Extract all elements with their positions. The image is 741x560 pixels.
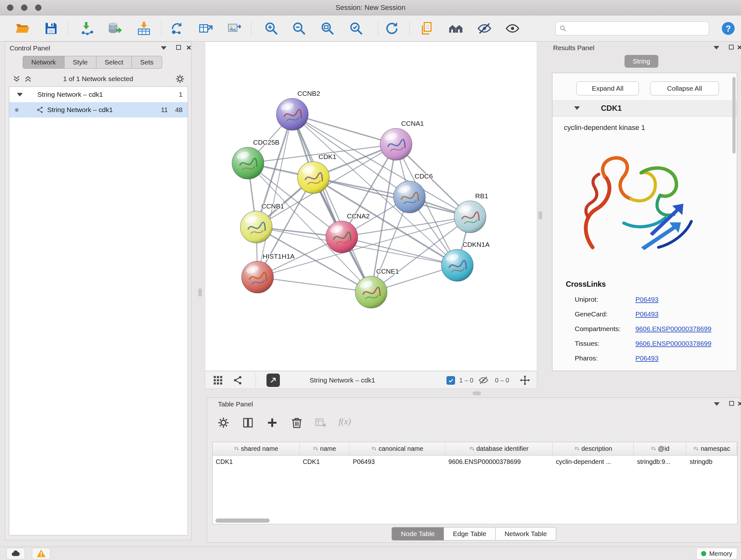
tab-style[interactable]: Style bbox=[64, 56, 96, 69]
crosslink-value-link[interactable]: 9606.ENSP00000378699 bbox=[635, 340, 711, 348]
hidden-items-eye-icon[interactable] bbox=[477, 374, 490, 387]
collection-disclosure-icon[interactable] bbox=[17, 93, 23, 97]
column-header-namespac[interactable]: namespac bbox=[686, 442, 737, 455]
network-node-rb1[interactable]: RB1 bbox=[454, 192, 488, 233]
table-cell[interactable]: CDK1 bbox=[300, 455, 350, 469]
float-table-panel-icon[interactable] bbox=[729, 401, 734, 406]
network-view-canvas[interactable]: CCNB2CCNA1CDC25BCDK1CDC6RB1CCNB1CCNA2CDK… bbox=[205, 42, 537, 371]
expand-all-button[interactable]: Expand All bbox=[576, 81, 639, 96]
close-results-panel-icon[interactable]: × bbox=[737, 44, 741, 51]
table-cell[interactable]: stringdb:9... bbox=[634, 455, 686, 469]
tab-edge-table[interactable]: Edge Table bbox=[444, 527, 495, 541]
close-table-panel-icon[interactable]: × bbox=[738, 400, 741, 407]
node-label-ccne1: CCNE1 bbox=[376, 267, 399, 275]
copy-icon[interactable] bbox=[418, 19, 436, 37]
network-options-gear-icon[interactable] bbox=[175, 74, 185, 84]
export-image-icon[interactable] bbox=[226, 19, 244, 37]
network-collection-row[interactable]: String Network – cdk1 1 bbox=[9, 87, 188, 102]
zoom-out-icon[interactable] bbox=[290, 19, 308, 37]
save-session-icon[interactable] bbox=[42, 19, 60, 37]
column-header-name[interactable]: name bbox=[300, 442, 350, 455]
table-settings-gear-icon[interactable] bbox=[214, 414, 232, 432]
import-table-from-file-icon[interactable] bbox=[135, 19, 153, 37]
network-row-selected[interactable]: String Network – cdk1 11 48 bbox=[9, 102, 188, 118]
zoom-fit-content-icon[interactable] bbox=[319, 19, 336, 37]
gene-section-header[interactable]: CDK1 bbox=[552, 100, 737, 117]
left-splitter-handle[interactable] bbox=[198, 288, 202, 297]
control-panel-tabs: NetworkStyleSelectSets bbox=[23, 56, 162, 69]
node-label-ccnb2: CCNB2 bbox=[297, 90, 320, 97]
share-network-icon[interactable] bbox=[232, 374, 245, 387]
delete-trash-icon[interactable] bbox=[288, 414, 306, 432]
close-panel-icon[interactable]: × bbox=[186, 44, 191, 51]
string-tab-label[interactable]: String bbox=[624, 55, 659, 68]
table-cell[interactable]: cyclin-dependent ... bbox=[553, 455, 634, 469]
crosslink-value-link[interactable]: P06493 bbox=[635, 354, 658, 362]
table-cell[interactable]: 9606.ENSP00000378699 bbox=[445, 455, 553, 469]
new-network-icon[interactable] bbox=[169, 19, 186, 37]
table-row[interactable]: CDK1CDK1P064939606.ENSP00000378699cyclin… bbox=[212, 455, 737, 469]
collapse-all-button[interactable]: Collapse All bbox=[650, 81, 719, 96]
export-view-button[interactable] bbox=[266, 374, 280, 387]
warnings-button[interactable] bbox=[32, 548, 51, 559]
tab-network[interactable]: Network bbox=[23, 56, 64, 69]
collapse-results-panel-icon[interactable] bbox=[714, 46, 719, 50]
tab-select[interactable]: Select bbox=[96, 56, 132, 69]
network-node-ccnb1[interactable]: CCNB1 bbox=[240, 202, 284, 243]
attach-network-table-icon[interactable] bbox=[197, 19, 215, 37]
column-header-canonical-name[interactable]: canonical name bbox=[349, 442, 445, 455]
network-node-hist1h1a[interactable]: HIST1H1A bbox=[242, 253, 294, 293]
column-header-database-identifier[interactable]: database identifier bbox=[445, 442, 553, 455]
column-header-shared-name[interactable]: shared name bbox=[212, 442, 300, 455]
network-node-cdkn1a[interactable]: CDKN1A bbox=[441, 241, 489, 281]
tab-sets[interactable]: Sets bbox=[132, 56, 162, 69]
crosslink-value-link[interactable]: 9606.ENSP00000378699 bbox=[635, 325, 711, 333]
table-cell[interactable]: P06493 bbox=[349, 455, 445, 469]
selected-items-checkbox[interactable] bbox=[447, 376, 455, 385]
pan-crosshair-icon[interactable] bbox=[519, 374, 531, 387]
function-builder-fx-icon[interactable]: f(x) bbox=[339, 416, 351, 427]
float-results-panel-icon[interactable] bbox=[729, 45, 734, 50]
search-input[interactable] bbox=[569, 24, 705, 33]
import-network-from-file-icon[interactable] bbox=[78, 19, 96, 37]
collapse-panel-icon[interactable] bbox=[161, 46, 166, 50]
string-results-tab[interactable]: String bbox=[542, 55, 741, 68]
cloud-status-button[interactable] bbox=[6, 548, 25, 559]
network-node-ccnb2[interactable]: CCNB2 bbox=[276, 90, 320, 130]
gene-disclosure-icon[interactable] bbox=[574, 106, 580, 110]
add-row-plus-icon[interactable] bbox=[263, 414, 281, 432]
network-graph[interactable]: CCNB2CCNA1CDC25BCDK1CDC6RB1CCNB1CCNA2CDK… bbox=[205, 42, 537, 371]
help-icon[interactable]: ? bbox=[719, 19, 737, 37]
table-cell[interactable]: CDK1 bbox=[212, 455, 300, 469]
results-scrollbar[interactable] bbox=[732, 77, 736, 153]
memory-button[interactable]: Memory bbox=[696, 548, 737, 559]
hide-selection-icon[interactable] bbox=[475, 19, 493, 37]
show-columns-icon[interactable] bbox=[239, 414, 257, 432]
collapse-table-panel-icon[interactable] bbox=[714, 402, 720, 406]
show-all-icon[interactable] bbox=[503, 19, 522, 37]
column-header-description[interactable]: description bbox=[553, 442, 634, 455]
zoom-selected-icon[interactable] bbox=[347, 19, 365, 37]
table-horizontal-scrollbar[interactable] bbox=[215, 518, 270, 523]
go-home-icon[interactable] bbox=[447, 19, 465, 37]
network-selection-status: 1 of 1 Network selected bbox=[5, 75, 191, 83]
crosslink-row: Uniprot:P06493 bbox=[575, 292, 728, 307]
search-field[interactable] bbox=[555, 21, 709, 36]
table-cell[interactable]: stringdb bbox=[686, 455, 737, 469]
network-node-ccna1[interactable]: CCNA1 bbox=[380, 120, 424, 160]
tab-node-table[interactable]: Node Table bbox=[392, 527, 444, 541]
crosslink-value-link[interactable]: P06493 bbox=[635, 296, 658, 303]
birds-eye-grid-icon[interactable] bbox=[212, 374, 224, 387]
tab-network-table[interactable]: Network Table bbox=[495, 527, 556, 541]
column-header--id[interactable]: @id bbox=[634, 442, 686, 455]
import-network-from-database-icon[interactable] bbox=[106, 19, 124, 37]
crosslink-value-link[interactable]: P06493 bbox=[635, 310, 658, 318]
hidden-count-badge: 0 – 0 bbox=[495, 371, 509, 389]
network-node-cdc25b[interactable]: CDC25B bbox=[232, 138, 280, 179]
float-panel-icon[interactable] bbox=[176, 45, 181, 50]
refresh-view-icon[interactable] bbox=[383, 19, 401, 37]
open-session-icon[interactable] bbox=[13, 19, 31, 37]
zoom-in-icon[interactable] bbox=[262, 19, 280, 37]
clear-table-icon[interactable] bbox=[312, 414, 330, 432]
horizontal-splitter-handle[interactable] bbox=[473, 391, 481, 395]
